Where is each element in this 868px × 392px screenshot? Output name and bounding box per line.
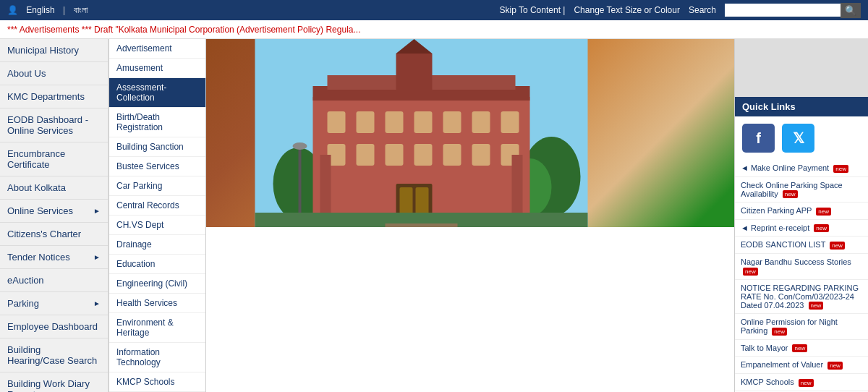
dropdown-item-birth-death[interactable]: Birth/Death Registration xyxy=(109,108,205,137)
dropdown-menu: Advertisement Amusement Assessment-Colle… xyxy=(109,39,206,392)
ql-make-online-payment[interactable]: ◄ Make Online Payment new xyxy=(735,160,868,177)
bangla-link[interactable]: বাংলা xyxy=(74,5,88,15)
ql-label-talk-to-mayor: Talk to Mayor xyxy=(741,344,788,352)
ql-nagar-bandhu[interactable]: Nagar Bandhu Success Stories new xyxy=(735,254,868,280)
svg-rect-24 xyxy=(396,54,433,90)
sidebar-item-diary-report[interactable]: Building Work Diary Report xyxy=(0,372,108,392)
new-badge-check-parking: new xyxy=(783,190,798,198)
sidebar-item-about-us[interactable]: About Us xyxy=(0,62,108,85)
sidebar-item-eodb-dashboard[interactable]: EODB Dashboard - Online Services xyxy=(0,108,108,142)
dropdown-item-bustee-services[interactable]: Bustee Services xyxy=(109,157,205,176)
sidebar-label-building-hearing: Building Hearing/Case Search xyxy=(7,344,101,366)
sidebar-item-kmc-departments[interactable]: KMC Departments xyxy=(0,85,108,108)
advertisement-box xyxy=(735,39,868,97)
ql-night-parking[interactable]: Online Permission for Night Parking new xyxy=(735,314,868,340)
sidebar-label-about-kolkata: About Kolkata xyxy=(7,182,66,193)
arrow-left-icon-reprint: ◄ xyxy=(741,223,751,232)
dropdown-item-assessment-collection[interactable]: Assessment-Collection xyxy=(109,78,205,108)
dropdown-item-advertisement[interactable]: Advertisement xyxy=(109,39,205,59)
sidebar-item-encumbrance[interactable]: Encumbrance Certificate xyxy=(0,142,108,176)
english-link[interactable]: English xyxy=(26,5,54,15)
new-badge-eodb-sanction: new xyxy=(830,242,845,250)
social-icons: f 𝕏 xyxy=(735,116,868,160)
search-bar: 🔍 xyxy=(725,3,861,18)
sidebar-label-diary-report: Building Work Diary Report xyxy=(7,378,101,392)
svg-rect-16 xyxy=(443,144,461,166)
sidebar-label-kmc-departments: KMC Departments xyxy=(7,91,85,102)
ql-label-empanelment-valuer: Empanelment of Valuer xyxy=(741,360,823,369)
sidebar-item-tender-notices[interactable]: Tender Notices ► xyxy=(0,246,108,269)
dropdown-item-education[interactable]: Education xyxy=(109,255,205,274)
main-layout: Municipal History About Us KMC Departmen… xyxy=(0,39,868,392)
svg-rect-15 xyxy=(414,144,433,166)
sidebar-item-about-kolkata[interactable]: About Kolkata xyxy=(0,176,108,200)
ql-talk-to-mayor[interactable]: Talk to Mayor new xyxy=(735,340,868,357)
svg-rect-8 xyxy=(414,111,433,133)
ql-check-parking[interactable]: Check Online Parking Space Availability … xyxy=(735,177,868,203)
new-badge-kmcp-schools: new xyxy=(799,379,814,387)
dropdown-item-engineering-civil[interactable]: Engineering (Civil) xyxy=(109,274,205,294)
sidebar-label-citizens-charter: Citizens's Charter xyxy=(7,229,81,239)
sidebar-item-building-hearing[interactable]: Building Hearing/Case Search xyxy=(0,338,108,372)
sidebar-item-municipal-history[interactable]: Municipal History xyxy=(0,39,108,62)
dropdown-item-information-technology[interactable]: Information Technology xyxy=(109,343,205,372)
change-text-link[interactable]: Change Text Size or Colour xyxy=(574,5,680,15)
top-bar: 👤 English | বাংলা Skip To Content | Chan… xyxy=(0,0,868,20)
facebook-icon[interactable]: f xyxy=(742,124,775,153)
sidebar-item-online-services[interactable]: Online Services ► xyxy=(0,200,108,223)
ql-label-nagar-bandhu: Nagar Bandhu Success Stories xyxy=(741,257,851,266)
dropdown-item-amusement[interactable]: Amusement xyxy=(109,59,205,78)
ql-empanelment-valuer[interactable]: Empanelment of Valuer new xyxy=(735,357,868,374)
sidebar-item-parking[interactable]: Parking ► xyxy=(0,292,108,315)
svg-rect-29 xyxy=(386,223,458,227)
svg-rect-7 xyxy=(386,111,404,133)
dropdown-item-car-parking[interactable]: Car Parking xyxy=(109,176,205,196)
quick-links-header: Quick Links xyxy=(735,97,868,116)
svg-rect-30 xyxy=(299,148,302,213)
arrow-icon-parking: ► xyxy=(93,299,101,307)
svg-rect-5 xyxy=(328,111,346,133)
search-input[interactable] xyxy=(725,4,841,17)
new-badge-night-parking: new xyxy=(772,328,787,336)
ql-label-reprint-ereceipt: Reprint e-receipt xyxy=(751,223,809,232)
sidebar-label-online-services: Online Services xyxy=(7,205,73,216)
dropdown-item-environment-heritage[interactable]: Environment & Heritage xyxy=(109,313,205,343)
sidebar-item-citizens-charter[interactable]: Citizens's Charter xyxy=(0,223,108,246)
arrow-icon-tender-notices: ► xyxy=(93,253,101,261)
arrow-icon-online-services: ► xyxy=(93,207,101,215)
ql-citizen-parking[interactable]: Citizen Parking APP new xyxy=(735,203,868,220)
ql-eodb-sanction[interactable]: EODB SANCTION LIST new xyxy=(735,237,868,254)
new-badge-empanelment-valuer: new xyxy=(827,362,843,370)
dropdown-item-building-sanction[interactable]: Building Sanction xyxy=(109,137,205,157)
svg-rect-6 xyxy=(357,111,375,133)
svg-rect-13 xyxy=(357,144,375,166)
ql-label-citizen-parking: Citizen Parking APP xyxy=(741,206,812,215)
ticker-bar: *** Advertisements *** Draft "Kolkata Mu… xyxy=(0,20,868,39)
search-label: Search xyxy=(689,5,716,15)
svg-rect-14 xyxy=(386,144,404,166)
ql-reprint-ereceipt[interactable]: ◄ Reprint e-receipt new xyxy=(735,220,868,237)
skip-content-link[interactable]: Skip To Content | xyxy=(499,5,565,15)
ql-notice-parking-rate[interactable]: NOTICE REGARDING PARKING RATE No. Con/Co… xyxy=(735,280,868,315)
sidebar-label-tender-notices: Tender Notices xyxy=(7,252,70,263)
sidebar: Municipal History About Us KMC Departmen… xyxy=(0,39,109,392)
sidebar-item-employee-dashboard[interactable]: Employee Dashboard xyxy=(0,315,108,338)
ql-kmcp-schools[interactable]: KMCP Schools new xyxy=(735,374,868,391)
dropdown-item-central-records[interactable]: Central Records xyxy=(109,196,205,216)
dropdown-item-health-services[interactable]: Health Services xyxy=(109,294,205,313)
svg-point-31 xyxy=(293,142,307,150)
ql-label-eodb-sanction: EODB SANCTION LIST xyxy=(741,240,825,249)
dropdown-item-drainage[interactable]: Drainage xyxy=(109,235,205,255)
twitter-icon[interactable]: 𝕏 xyxy=(782,124,814,153)
ql-label-make-online-payment: Make Online Payment xyxy=(751,163,829,172)
new-badge-citizen-parking: new xyxy=(816,208,831,216)
search-button[interactable]: 🔍 xyxy=(841,3,861,18)
right-panel: Quick Links f 𝕏 ◄ Make Online Payment ne… xyxy=(734,39,868,392)
new-badge-notice-parking-rate: new xyxy=(809,302,824,310)
language-links: 👤 English | বাংলা xyxy=(7,5,93,15)
dropdown-item-chvs-dept[interactable]: CH.VS Dept xyxy=(109,216,205,235)
sidebar-label-municipal-history: Municipal History xyxy=(7,45,79,56)
sidebar-item-eauction[interactable]: eAuction xyxy=(0,269,108,292)
dropdown-item-kmcp-schools[interactable]: KMCP Schools xyxy=(109,372,205,392)
new-badge-make-online-payment: new xyxy=(833,165,848,173)
